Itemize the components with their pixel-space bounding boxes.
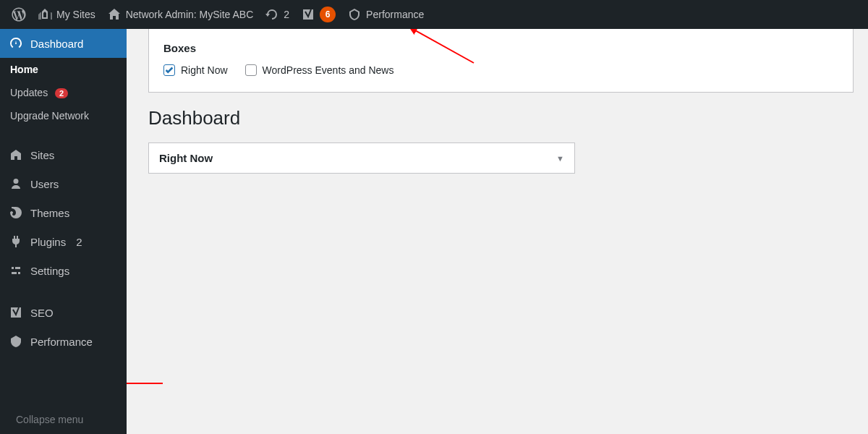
sidebar-item-performance[interactable]: Performance [0, 327, 127, 356]
sidebar-item-label: Performance [30, 336, 93, 348]
network-admin-label: Network Admin: MySite ABC [126, 9, 254, 20]
update-icon [265, 7, 279, 22]
plugins-badge: 2 [76, 236, 82, 248]
plugins-icon [9, 234, 23, 249]
collapse-label: Collapse menu [16, 414, 83, 425]
annotation-arrow-side [127, 376, 166, 393]
submenu-upgrade-network[interactable]: Upgrade Network [0, 104, 127, 127]
sidebar-item-plugins[interactable]: Plugins 2 [0, 227, 127, 256]
sites-icon [9, 148, 23, 162]
dashboard-icon [9, 36, 23, 51]
performance-menu[interactable]: Performance [341, 0, 430, 29]
sidebar-item-themes[interactable]: Themes [0, 198, 127, 227]
submenu-updates-label: Updates [10, 87, 48, 98]
sidebar-item-sites[interactable]: Sites [0, 140, 127, 169]
sidebar-item-label: Themes [30, 207, 69, 219]
yoast-icon [9, 305, 23, 320]
checkbox-events-news[interactable]: WordPress Events and News [245, 64, 394, 76]
wordpress-logo-menu[interactable] [6, 0, 32, 29]
screen-options-panel: Boxes Right Now WordPress Events and New… [148, 29, 854, 93]
updates-count: 2 [284, 9, 289, 20]
submenu-updates[interactable]: Updates 2 [0, 81, 127, 104]
wordpress-icon [12, 7, 26, 22]
sidebar-item-dashboard[interactable]: Dashboard [0, 29, 127, 58]
sidebar-item-label: Dashboard [30, 38, 83, 50]
multisite-icon [38, 7, 52, 22]
postbox-toggle[interactable]: Right Now ▼ [149, 143, 574, 173]
admin-toolbar: My Sites Network Admin: MySite ABC 2 6 P… [0, 0, 868, 29]
page-title: Dashboard [148, 107, 854, 129]
my-sites-menu[interactable]: My Sites [32, 0, 101, 29]
performance-icon [9, 334, 23, 349]
users-icon [9, 176, 23, 191]
performance-icon [347, 7, 362, 22]
screen-options-heading: Boxes [163, 42, 838, 54]
sidebar-item-label: Settings [30, 265, 69, 277]
checkbox-input [245, 64, 257, 76]
seo-badge: 6 [320, 7, 336, 22]
sidebar-item-label: Sites [30, 149, 54, 161]
sidebar-item-settings[interactable]: Settings [0, 256, 127, 285]
checkbox-input [163, 64, 175, 76]
performance-label: Performance [366, 9, 424, 20]
sidebar-item-label: SEO [30, 307, 54, 319]
checkbox-label: Right Now [181, 64, 228, 76]
chevron-down-icon: ▼ [556, 154, 564, 163]
themes-icon [9, 205, 23, 220]
main-content: Boxes Right Now WordPress Events and New… [127, 29, 868, 434]
sidebar-item-seo[interactable]: SEO [0, 298, 127, 327]
network-admin-menu[interactable]: Network Admin: MySite ABC [101, 0, 260, 29]
updates-badge: 2 [55, 88, 68, 98]
submenu-home[interactable]: Home [0, 58, 127, 81]
sidebar-item-label: Plugins [30, 236, 66, 248]
seo-menu[interactable]: 6 [295, 0, 341, 29]
checkbox-label: WordPress Events and News [263, 64, 394, 76]
home-icon [107, 7, 122, 22]
sidebar-item-users[interactable]: Users [0, 169, 127, 198]
postbox-title: Right Now [159, 152, 213, 164]
updates-menu[interactable]: 2 [259, 0, 295, 29]
yoast-icon [301, 7, 315, 22]
my-sites-label: My Sites [56, 9, 95, 20]
postbox-right-now: Right Now ▼ [148, 142, 575, 174]
collapse-menu-button[interactable]: Collapse menu [0, 405, 127, 434]
admin-sidebar: Dashboard Home Updates 2 Upgrade Network… [0, 29, 127, 434]
settings-icon [9, 263, 23, 278]
sidebar-item-label: Users [30, 178, 59, 190]
checkbox-right-now[interactable]: Right Now [163, 64, 228, 76]
